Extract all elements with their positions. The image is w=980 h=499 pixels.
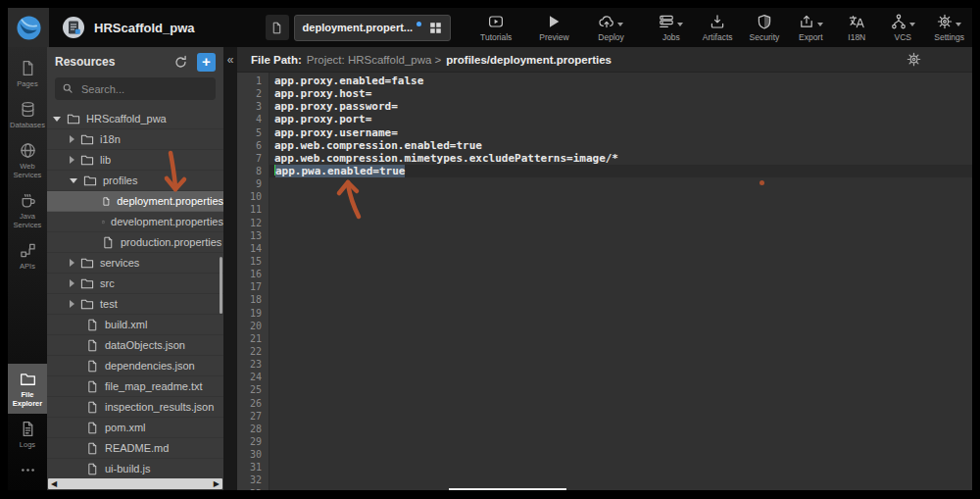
code-line[interactable]: app.proxy.host= — [274, 87, 972, 100]
code-line[interactable] — [274, 423, 972, 435]
code-line[interactable] — [274, 242, 972, 255]
topbar-artifacts-button[interactable]: Artifacts — [703, 14, 733, 42]
tree-vertical-scrollbar[interactable] — [220, 257, 222, 314]
app-logo[interactable] — [8, 8, 49, 47]
file-tab[interactable]: deployment.propert... — [294, 15, 451, 41]
rail-item-web-services[interactable]: Web Services — [8, 135, 47, 185]
video-icon — [488, 14, 504, 29]
tree-row[interactable]: HRScaffold_pwa — [47, 109, 223, 129]
line-number: 27 — [237, 410, 262, 423]
rail-item-more[interactable] — [8, 455, 47, 484]
search-input[interactable] — [55, 77, 216, 100]
code-line[interactable] — [274, 474, 972, 486]
tree-row[interactable]: dependencies.json — [47, 356, 223, 376]
code-line[interactable] — [274, 229, 972, 242]
code-line[interactable] — [274, 461, 972, 474]
code-editor[interactable]: 1234567891011121314151617181920212223242… — [237, 73, 972, 490]
code-line[interactable] — [274, 320, 972, 332]
tree-row[interactable]: pom.xml — [47, 418, 223, 438]
code-line[interactable] — [274, 190, 972, 203]
tree-row[interactable]: build.xml — [47, 315, 223, 335]
code-line[interactable] — [274, 383, 972, 396]
code-line[interactable]: app.proxy.port= — [274, 113, 972, 125]
tree-row[interactable]: ui-build.js — [47, 459, 223, 478]
code-line[interactable] — [274, 203, 972, 216]
tree-row[interactable]: development.properties — [47, 212, 223, 232]
refresh-icon[interactable] — [173, 55, 188, 70]
topbar-i18n-button[interactable]: I18N — [842, 14, 871, 42]
code-line-selected[interactable]: app.pwa.enabled=true — [270, 165, 972, 177]
logs-icon — [20, 421, 36, 437]
tree-row[interactable]: src — [47, 274, 223, 294]
code-line[interactable] — [274, 293, 972, 306]
topbar-vcs-button[interactable]: VCS — [888, 14, 917, 42]
tree-row[interactable]: inspection_results.json — [47, 397, 223, 418]
grid-icon[interactable] — [429, 22, 442, 34]
topbar-export-button[interactable]: Export — [796, 14, 825, 42]
topbar-security-button[interactable]: Security — [750, 14, 780, 42]
tree-collapse-toggle-icon[interactable] — [70, 178, 77, 183]
code-line[interactable] — [274, 448, 972, 461]
add-resource-button[interactable]: + — [197, 53, 216, 72]
topbar-deploy-button[interactable]: Deploy — [597, 14, 626, 42]
tree-row[interactable]: lib — [47, 150, 223, 171]
code-line[interactable] — [274, 397, 972, 410]
tree-row[interactable]: file_map_readme.txt — [47, 376, 223, 397]
rail-item-label: Logs — [20, 440, 35, 449]
tree-expand-toggle-icon[interactable] — [70, 279, 74, 287]
rail-item-apis[interactable]: APIs — [8, 235, 47, 276]
tree-row[interactable]: i18n — [47, 129, 223, 150]
code-line[interactable] — [274, 345, 972, 358]
code-line[interactable] — [274, 255, 972, 268]
rail-item-pages[interactable]: Pages — [8, 53, 47, 94]
code-line[interactable] — [274, 332, 972, 345]
line-number: 19 — [237, 307, 262, 320]
tree-collapse-toggle-icon[interactable] — [53, 117, 61, 122]
tree-expand-toggle-icon[interactable] — [70, 135, 74, 143]
scroll-left-icon[interactable]: ◀ — [51, 479, 57, 488]
code-line[interactable] — [274, 177, 972, 190]
panel-splitter[interactable]: « — [223, 47, 237, 490]
editor-settings-gear-icon[interactable] — [906, 52, 921, 67]
tree-expand-toggle-icon[interactable] — [70, 300, 74, 308]
code-line[interactable] — [274, 268, 972, 280]
tree-row[interactable]: production.properties — [47, 232, 223, 253]
tree-row[interactable]: README.md — [47, 438, 223, 459]
code-line[interactable] — [274, 410, 972, 423]
topbar-jobs-button[interactable]: Jobs — [657, 14, 686, 42]
code-line[interactable] — [274, 358, 972, 371]
project-chip[interactable]: HRScaffold_pwa — [62, 16, 195, 39]
code-line[interactable]: app.proxy.username= — [274, 126, 972, 139]
tree-row[interactable]: profiles — [47, 171, 223, 191]
editor-horizontal-scrollbar[interactable] — [449, 488, 566, 491]
tree-expand-toggle-icon[interactable] — [70, 156, 74, 164]
tree-row[interactable]: dataObjects.json — [47, 335, 223, 356]
topbar-settings-button[interactable]: Settings — [934, 14, 964, 42]
rail-item-file-explorer[interactable]: File Explorer — [8, 364, 47, 414]
collapse-panel-icon[interactable]: « — [227, 54, 234, 66]
code-line[interactable] — [274, 435, 972, 448]
tree-horizontal-scrollbar[interactable]: ◀ ▶ — [48, 478, 222, 489]
tree-row[interactable]: services — [47, 253, 223, 274]
code-line[interactable]: app.web.compression.enabled=true — [274, 139, 972, 152]
code-line[interactable] — [274, 307, 972, 320]
rail-item-databases[interactable]: Databases — [8, 94, 47, 135]
scroll-right-icon[interactable]: ▶ — [214, 479, 220, 488]
code-line[interactable]: app.web.compression.mimetypes.excludePat… — [274, 152, 972, 165]
tree-row[interactable]: deployment.properties — [47, 191, 223, 212]
topbar-preview-button[interactable]: Preview — [539, 14, 568, 42]
file-tab-doc-tile[interactable] — [266, 15, 289, 40]
code-line[interactable] — [274, 487, 972, 491]
code-line[interactable]: app.proxy.password= — [274, 100, 972, 113]
code-line[interactable] — [274, 371, 972, 383]
rail-item-java-services[interactable]: Java Services — [8, 185, 47, 235]
code-line[interactable] — [274, 280, 972, 293]
file-icon — [86, 380, 99, 393]
tree-expand-toggle-icon[interactable] — [70, 259, 74, 267]
code-line[interactable] — [274, 217, 972, 229]
topbar-tutorials-button[interactable]: Tutorials — [480, 14, 512, 42]
rail-item-logs[interactable]: Logs — [8, 414, 47, 455]
code-line[interactable]: app.proxy.enabled=false — [274, 75, 972, 87]
unsaved-dot-icon — [416, 22, 421, 26]
tree-row[interactable]: test — [47, 294, 223, 315]
